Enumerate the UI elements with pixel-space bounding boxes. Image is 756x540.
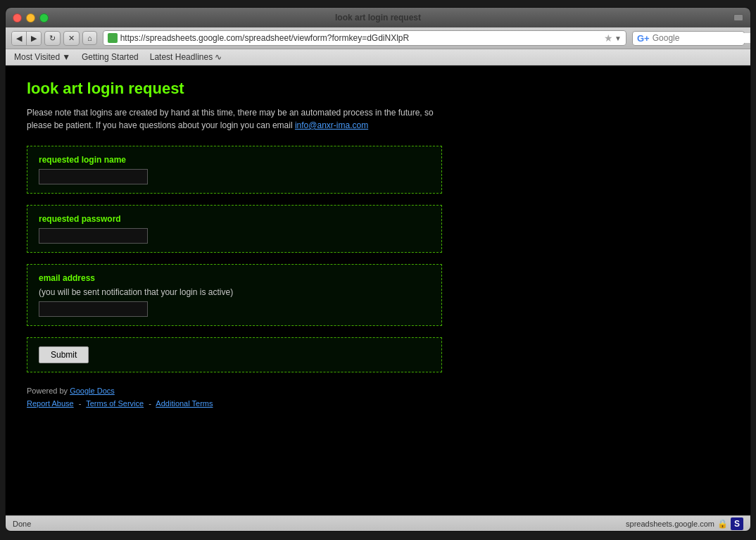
status-text: Done <box>13 520 31 528</box>
url-dropdown-icon[interactable]: ▼ <box>615 34 622 42</box>
minimize-button[interactable] <box>26 13 35 23</box>
favicon-icon <box>108 33 118 43</box>
separator-1: - <box>79 399 82 408</box>
security-icon: S <box>731 517 743 530</box>
latest-headlines-label: Latest Headlines <box>150 52 213 62</box>
browser-window: look art login request ◀ ▶ ↻ ✕ ⌂ ★ ▼ G+ … <box>5 7 751 532</box>
search-input[interactable] <box>653 33 751 43</box>
latest-headlines-bookmark[interactable]: Latest Headlines ∿ <box>147 51 225 63</box>
window-buttons <box>13 13 49 23</box>
separator-2: - <box>149 399 151 408</box>
stop-button[interactable]: ✕ <box>63 31 80 46</box>
email-sublabel: (you will be sent notification that your… <box>39 287 430 297</box>
url-input[interactable] <box>120 33 603 43</box>
most-visited-label: Most Visited <box>14 52 60 62</box>
page-title: look art login request <box>27 80 729 98</box>
footer-links: Report Abuse - Terms of Service - Additi… <box>27 399 729 408</box>
toolbar: ◀ ▶ ↻ ✕ ⌂ ★ ▼ G+ 🔍 <box>6 27 750 49</box>
back-button[interactable]: ◀ <box>12 32 27 45</box>
rss-icon: ∿ <box>215 52 222 62</box>
getting-started-label: Getting Started <box>82 52 139 62</box>
description-text-1: Please note that logins are created by h… <box>27 108 434 118</box>
login-name-input[interactable] <box>39 169 148 184</box>
email-section: email address (you will be sent notifica… <box>27 264 442 326</box>
getting-started-bookmark[interactable]: Getting Started <box>79 51 141 63</box>
password-label: requested password <box>39 214 430 224</box>
most-visited-arrow-icon: ▼ <box>62 52 70 62</box>
bookmark-star-icon[interactable]: ★ <box>604 32 613 44</box>
submit-section: Submit <box>27 337 442 372</box>
status-bar: Done spreadsheets.google.com 🔒 S <box>6 515 750 531</box>
reload-button[interactable]: ↻ <box>44 31 61 46</box>
home-button[interactable]: ⌂ <box>82 31 97 45</box>
google-docs-link[interactable]: Google Docs <box>70 387 115 395</box>
description-text-2: please be patient. If you have questions… <box>27 120 295 130</box>
maximize-button[interactable] <box>39 13 49 23</box>
url-bar[interactable]: ★ ▼ <box>103 30 626 46</box>
google-icon: G+ <box>637 33 650 44</box>
close-button[interactable] <box>13 13 22 23</box>
lock-icon: 🔒 <box>717 519 728 529</box>
status-right: spreadsheets.google.com 🔒 S <box>626 517 743 530</box>
additional-terms-link[interactable]: Additional Terms <box>156 399 213 408</box>
submit-button[interactable]: Submit <box>39 346 89 363</box>
search-bar[interactable]: G+ 🔍 <box>632 31 745 46</box>
domain-text: spreadsheets.google.com <box>626 520 714 528</box>
title-bar-right <box>733 14 743 21</box>
email-label: email address <box>39 273 430 283</box>
login-name-label: requested login name <box>39 155 430 165</box>
page-description: Please note that logins are created by h… <box>27 106 729 132</box>
password-section: requested password <box>27 205 442 253</box>
page-content: look art login request Please note that … <box>6 65 750 515</box>
bookmarks-bar: Most Visited ▼ Getting Started Latest He… <box>6 49 750 65</box>
powered-by-text: Powered by <box>27 387 70 395</box>
page-footer: Powered by Google Docs <box>27 387 729 395</box>
login-name-section: requested login name <box>27 146 442 194</box>
forward-button[interactable]: ▶ <box>27 32 41 45</box>
nav-group: ◀ ▶ <box>11 31 42 46</box>
terms-of-service-link[interactable]: Terms of Service <box>86 399 144 408</box>
password-input[interactable] <box>39 228 148 244</box>
title-bar: look art login request <box>6 8 750 27</box>
window-title: look art login request <box>335 13 421 23</box>
contact-email-link[interactable]: info@anxr-ima.com <box>295 120 368 130</box>
resize-button[interactable] <box>733 14 743 21</box>
report-abuse-link[interactable]: Report Abuse <box>27 399 74 408</box>
email-input[interactable] <box>39 301 148 317</box>
most-visited-bookmark[interactable]: Most Visited ▼ <box>11 51 73 63</box>
